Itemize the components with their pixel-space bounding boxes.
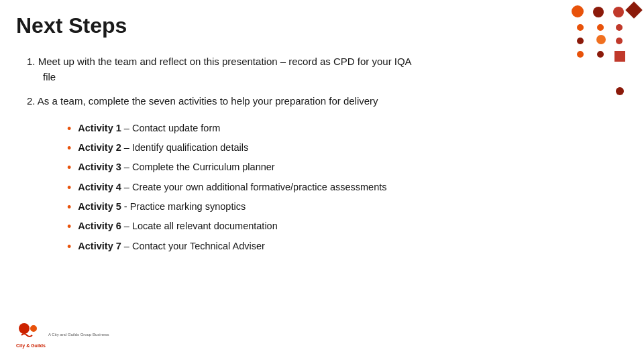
activity-text: Activity 1 – Contact update form: [78, 121, 220, 136]
content-area: 1. Meet up with the team and reflect on …: [27, 54, 617, 255]
logo-text: A City and Guilds Group Business: [48, 331, 109, 337]
step-1-text: Meet up with the team and reflect on thi…: [38, 56, 412, 67]
deco-dot-9: [616, 38, 623, 44]
deco-dot-6: [616, 24, 623, 31]
deco-dot-3: [613, 7, 624, 17]
svg-point-1: [30, 325, 37, 332]
activity-text: Activity 7 – Contact your Technical Advi…: [78, 239, 265, 254]
activity-text: Activity 5 - Practice marking synoptics: [78, 200, 246, 215]
deco-dot-11: [597, 51, 604, 58]
bullet-dot: •: [67, 141, 71, 156]
bullet-dot: •: [67, 160, 71, 176]
logo-tagline: A City and Guilds Group Business: [48, 333, 109, 337]
activity-text: Activity 4 – Create your own additional …: [78, 180, 386, 195]
activity-text: Activity 6 – Locate all relevant documen…: [78, 219, 277, 234]
activity-item: •Activity 3 – Complete the Curriculum pl…: [67, 160, 617, 176]
step-1-cont: file: [43, 71, 56, 82]
activity-item: •Activity 4 – Create your own additional…: [67, 180, 617, 196]
page-title: Next Steps: [16, 13, 617, 38]
bullet-dot: •: [67, 219, 71, 235]
deco-square-1: [614, 51, 625, 62]
bullet-dot: •: [67, 180, 71, 196]
svg-point-0: [19, 323, 30, 334]
deco-dot-7: [577, 38, 584, 44]
bullet-dot: •: [67, 121, 71, 137]
step-1: 1. Meet up with the team and reflect on …: [27, 54, 617, 84]
activities-list: •Activity 1 – Contact update form•Activi…: [67, 121, 617, 255]
logo-area: City & Guilds A City and Guilds Group Bu…: [13, 318, 109, 350]
deco-diamond-1: [625, 1, 642, 18]
activity-item: •Activity 7 – Contact your Technical Adv…: [67, 239, 617, 255]
bullet-dot: •: [67, 200, 71, 215]
deco-dot-10: [577, 51, 584, 58]
bullet-dot: •: [67, 239, 71, 255]
activity-item: •Activity 6 – Locate all relevant docume…: [67, 219, 617, 235]
step-2-text: As a team, complete the seven activities…: [38, 95, 378, 107]
decoration-area: [537, 0, 644, 134]
activity-item: •Activity 5 - Practice marking synoptics: [67, 200, 617, 215]
deco-dot-8: [596, 35, 606, 44]
deco-dot-1: [572, 5, 584, 17]
deco-star-1: [616, 87, 624, 95]
deco-dot-4: [577, 24, 584, 31]
activity-text: Activity 2 – Identify qualification deta…: [78, 141, 248, 156]
svg-text:City & Guilds: City & Guilds: [16, 343, 46, 349]
activity-item: •Activity 1 – Contact update form: [67, 121, 617, 137]
step-2: 2. As a team, complete the seven activit…: [27, 94, 617, 109]
activity-item: •Activity 2 – Identify qualification det…: [67, 141, 617, 156]
page: Next Steps 1. Meet up with the team and …: [0, 0, 644, 362]
city-guilds-logo-icon: City & Guilds: [13, 318, 46, 350]
deco-dot-5: [597, 24, 604, 31]
step-1-number: 1.: [27, 56, 36, 67]
step-2-number: 2.: [27, 95, 36, 107]
activity-text: Activity 3 – Complete the Curriculum pla…: [78, 160, 274, 175]
deco-dot-2: [593, 7, 604, 17]
